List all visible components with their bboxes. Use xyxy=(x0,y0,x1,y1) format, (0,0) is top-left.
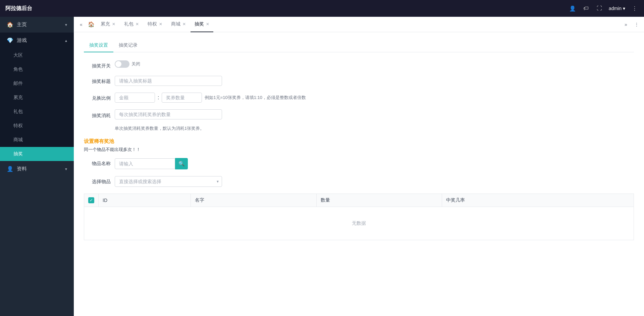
consume-row: 抽奖消耗 单次抽奖消耗奖券数量，默认为消耗1张奖券。 xyxy=(84,109,634,131)
tab-lottery-label: 抽奖 xyxy=(195,21,204,27)
lottery-switch-row: 抽奖开关 关闭 xyxy=(84,60,634,69)
item-name-row: 物品名称 🔍 xyxy=(84,158,634,169)
toggle-off-label: 关闭 xyxy=(131,61,140,67)
ratio-label: 兑换比例 xyxy=(84,93,111,101)
chevron-down-icon: ▾ xyxy=(65,22,67,27)
select-item-dropdown[interactable]: 直接选择或搜索选择 xyxy=(115,176,222,187)
prize-table: ✓ ID 名字 数量 中奖几率 无数据 xyxy=(84,194,634,240)
search-icon: 🔍 xyxy=(178,161,185,167)
tab-privilege-close[interactable]: ✕ xyxy=(159,22,162,27)
home-icon: 🏠 xyxy=(7,21,13,28)
ratio-amount-input[interactable] xyxy=(115,93,155,103)
consume-label: 抽奖消耗 xyxy=(84,110,111,119)
toggle-wrap: 关闭 xyxy=(115,60,140,68)
tab-lottery-records[interactable]: 抽奖记录 xyxy=(113,39,143,52)
chevron-down-icon: ▾ xyxy=(623,6,625,11)
ratio-row: 兑换比例 : 例如1元=10张奖券，请填1:10，必须是整数或者倍数 xyxy=(84,93,634,103)
select-item-wrap: 直接选择或搜索选择 ▾ xyxy=(115,176,222,187)
table-header-count: 数量 xyxy=(316,194,442,207)
table-empty-row: 无数据 xyxy=(84,207,634,240)
expand-icon[interactable]: ⛶ xyxy=(595,4,603,12)
rare-pool-title[interactable]: 设置稀有奖池 xyxy=(84,138,634,145)
app-title: 阿拉德后台 xyxy=(5,5,32,12)
select-item-row: 选择物品 直接选择或搜索选择 ▾ xyxy=(84,176,634,187)
search-button[interactable]: 🔍 xyxy=(175,158,188,169)
table-header-rate: 中奖几率 xyxy=(442,194,634,207)
sidebar-item-lottery[interactable]: 抽奖 xyxy=(0,147,74,161)
sidebar-item-role[interactable]: 角色 xyxy=(0,62,74,76)
chevron-up-icon: ▴ xyxy=(65,38,67,43)
ratio-hint-text: 例如1元=10张奖券，请填1:10，必须是整数或者倍数 xyxy=(205,95,306,101)
tab-lottery-close[interactable]: ✕ xyxy=(206,22,209,27)
tag-icon[interactable]: 🏷 xyxy=(582,4,590,12)
sidebar-item-district[interactable]: 大区 xyxy=(0,48,74,62)
sidebar-item-privilege[interactable]: 特权 xyxy=(0,119,74,133)
sidebar-item-game[interactable]: 💎 游戏 ▴ xyxy=(0,33,74,48)
select-all-checkbox[interactable]: ✓ xyxy=(88,197,94,203)
rare-pool-section: 设置稀有奖池 同一个物品不能出现多次！！ 物品名称 🔍 xyxy=(84,138,634,240)
game-icon: 💎 xyxy=(7,37,13,44)
table-empty-text: 无数据 xyxy=(84,207,634,240)
content-area: « 🏠 累充 ✕ 礼包 ✕ 特权 ✕ 商城 ✕ 抽奖 ✕ xyxy=(74,17,644,316)
tab-lottery-settings[interactable]: 抽奖设置 xyxy=(84,39,113,52)
lottery-title-label: 抽奖标题 xyxy=(84,76,111,85)
tab-shop-close[interactable]: ✕ xyxy=(182,22,186,27)
avatar-icon[interactable]: 👤 xyxy=(569,4,577,12)
page-tabs: 抽奖设置 抽奖记录 xyxy=(84,39,634,52)
tab-recharge-close[interactable]: ✕ xyxy=(112,22,115,27)
tab-privilege-label: 特权 xyxy=(148,21,157,27)
lottery-switch-label: 抽奖开关 xyxy=(84,60,111,69)
sidebar-item-profile[interactable]: 👤 资料 ▾ xyxy=(0,161,74,177)
ratio-tickets-input[interactable] xyxy=(162,93,202,103)
sidebar-item-home[interactable]: 🏠 主页 ▾ xyxy=(0,17,74,33)
sidebar: 🏠 主页 ▾ 💎 游戏 ▴ 大区 角色 邮件 累充 礼包 特权 商城 抽奖 xyxy=(0,17,74,316)
header: 阿拉德后台 👤 🏷 ⛶ admin ▾ ⋮ xyxy=(0,0,644,17)
header-right: 👤 🏷 ⛶ admin ▾ ⋮ xyxy=(569,4,639,12)
chevron-down-icon: ▾ xyxy=(65,167,67,171)
sidebar-home-label: 主页 xyxy=(17,21,27,28)
search-wrap: 🔍 xyxy=(115,158,188,169)
page-content: 抽奖设置 抽奖记录 抽奖开关 关闭 xyxy=(74,32,644,316)
rare-pool-desc: 同一个物品不能出现多次！！ xyxy=(84,147,634,153)
admin-label: admin xyxy=(609,6,622,11)
consume-hint: 单次抽奖消耗奖券数量，默认为消耗1张奖券。 xyxy=(115,126,204,131)
sidebar-sub-menu: 大区 角色 邮件 累充 礼包 特权 商城 抽奖 xyxy=(0,48,74,161)
admin-button[interactable]: admin ▾ xyxy=(609,6,625,11)
table-header-row: ✓ ID 名字 数量 中奖几率 xyxy=(84,194,634,207)
lottery-title-row: 抽奖标题 xyxy=(84,76,634,86)
tab-gift-close[interactable]: ✕ xyxy=(136,22,139,27)
tab-shop-label: 商城 xyxy=(171,21,180,27)
select-item-label: 选择物品 xyxy=(84,176,111,185)
tab-gift-label: 礼包 xyxy=(124,21,133,27)
tab-prev-button[interactable]: « xyxy=(76,20,86,29)
tab-privilege[interactable]: 特权 ✕ xyxy=(144,17,166,32)
tab-shop[interactable]: 商城 ✕ xyxy=(167,17,190,32)
consume-input[interactable] xyxy=(115,109,222,119)
tab-next-button[interactable]: » xyxy=(621,20,631,29)
tab-gift[interactable]: 礼包 ✕ xyxy=(120,17,143,32)
sidebar-item-mail[interactable]: 邮件 xyxy=(0,76,74,91)
tab-lottery[interactable]: 抽奖 ✕ xyxy=(191,17,213,32)
sidebar-item-recharge[interactable]: 累充 xyxy=(0,91,74,105)
main-layout: 🏠 主页 ▾ 💎 游戏 ▴ 大区 角色 邮件 累充 礼包 特权 商城 抽奖 xyxy=(0,17,644,316)
sidebar-game-label: 游戏 xyxy=(17,37,27,44)
tab-recharge-label: 累充 xyxy=(101,21,110,27)
table-header-id: ID xyxy=(99,194,191,207)
item-name-input[interactable] xyxy=(115,158,175,169)
lottery-title-input[interactable] xyxy=(115,76,222,86)
toggle-knob xyxy=(115,61,121,67)
tab-more-button[interactable]: ⋮ xyxy=(632,20,641,29)
table-header-name: 名字 xyxy=(191,194,316,207)
tab-recharge[interactable]: 累充 ✕ xyxy=(97,17,119,32)
table-header-checkbox: ✓ xyxy=(84,194,99,207)
lottery-toggle[interactable] xyxy=(115,60,129,68)
sidebar-item-shop[interactable]: 商城 xyxy=(0,133,74,147)
profile-icon: 👤 xyxy=(7,166,13,172)
ratio-separator: : xyxy=(158,95,159,101)
sidebar-profile-label: 资料 xyxy=(17,166,27,172)
tab-bar: « 🏠 累充 ✕ 礼包 ✕ 特权 ✕ 商城 ✕ 抽奖 ✕ xyxy=(74,17,644,32)
tab-home-button[interactable]: 🏠 xyxy=(87,20,96,29)
sidebar-item-gift[interactable]: 礼包 xyxy=(0,105,74,119)
item-name-label: 物品名称 xyxy=(84,158,111,167)
more-menu-icon[interactable]: ⋮ xyxy=(631,4,639,12)
